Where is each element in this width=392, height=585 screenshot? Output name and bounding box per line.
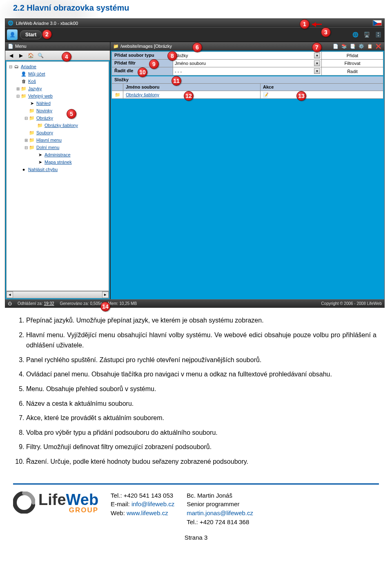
paste-icon[interactable]: 📋 [367,43,373,49]
callout-3: 3 [321,27,331,37]
description-list: Přepínač jazyků. Umožňuje přepínat jazyk… [16,315,376,467]
file-pane: 📁 /website/images [Obrázky 📄 📚 📑 ⚙️ 📋 ❌ … [111,42,384,299]
tree-item[interactable]: ⊟📁Dolní menu [7,144,109,151]
monitor-shortcut-icon[interactable]: 🖥️ [362,30,371,39]
status-bar: ⏻ Odhlášení za: 19:32 Generováno za: 0,5… [5,299,384,307]
section-heading: 2.2 Hlavní obrazovka systému [13,3,379,13]
callout-13: 13 [296,91,306,101]
callout-7: 7 [312,42,322,52]
chevron-down-icon[interactable]: ▼ [314,60,320,66]
logo-swirl-icon [13,492,35,514]
callout-12: 12 [184,91,194,101]
window-title: LifeWeb Ariadne 3.0 - xbacik00 [16,21,78,26]
tree-item[interactable]: 👤Můj účet [7,70,109,78]
callout-14: 14 [100,302,110,311]
power-icon[interactable]: ⏻ [8,301,12,306]
control-button[interactable]: Řadit [322,67,383,75]
th-action: Akce [261,84,383,91]
author-email[interactable]: martin.jonas@lifeweb.cz [187,509,253,518]
description-item: Menu. Obsahuje přehled souborů v systému… [26,384,376,394]
delete-icon[interactable]: ❌ [375,43,382,49]
globe-icon: 🌐 [8,20,13,26]
control-label: Přidat filtr [112,60,173,67]
footer-contact: Tel.: +420 541 143 053 E-mail: info@life… [111,491,174,518]
folder-icon: 📁 [113,44,119,49]
tree-item[interactable]: ⊟📁Veřejný web [7,92,109,100]
tree-item[interactable]: ⊟📁Obrázky [7,114,109,122]
control-label: Přidat soubor typu [112,52,173,59]
scroll-left-icon[interactable]: ◂ [7,291,13,298]
logo-life: Life [38,491,66,508]
control-button[interactable]: Filtrovat [322,60,383,67]
row-edit-icon[interactable]: 📝 [263,92,269,98]
control-select[interactable]: Jméno souboru▼ [173,60,322,67]
description-item: Název a cesta k aktuálnímu souboru. [26,398,376,409]
control-select[interactable]: - - -▼ [173,67,322,75]
menu-pane: 📄 Menu ◀ ▶ 🏠 🔍 ⊟🗂Ariadne👤Můj účet🗑Koš⊞📁J… [5,42,111,299]
tree-item[interactable]: 📁Soubory [7,129,109,136]
control-select[interactable]: Složky▼ [173,52,322,59]
description-item: Řazení. Určuje, podle které hodnoty budo… [26,456,376,467]
description-item: Akce, které lze provádět s aktuálním sou… [26,413,376,423]
footer-author: Bc. Martin Jonáš Senior programmer marti… [187,491,253,527]
table-row[interactable]: 📁 Obrázky šablony 📝 [111,91,383,99]
tree-item[interactable]: ➤Administrace [7,151,109,158]
page-footer: LifeWeb GROUP Tel.: +420 541 143 053 E-m… [13,483,379,527]
language-flag-cz[interactable] [373,20,382,26]
tree-item[interactable]: 📁Novinky [7,107,109,114]
callout-5: 5 [67,109,76,119]
new-file-icon[interactable]: 📄 [332,43,339,49]
callout-6: 6 [192,42,202,52]
th-icon [112,84,123,91]
row-folder-icon: 📁 [112,91,123,98]
callout-11: 11 [172,76,181,86]
chevron-down-icon[interactable]: ▼ [314,53,320,58]
start-button[interactable]: Start [20,30,42,39]
file-titlebar: 📁 /website/images [Obrázky 📄 📚 📑 ⚙️ 📋 ❌ [111,42,384,51]
tree-item[interactable]: ➤Náhled [7,100,109,107]
tree-item[interactable]: 🗑Koš [7,78,109,85]
nav-back-icon[interactable]: ◀ [7,52,15,59]
callout-1: 1 [300,19,310,29]
tel-value: +420 541 143 053 [124,492,173,499]
nav-search-icon[interactable]: 🔍 [36,52,45,59]
globe-shortcut-icon[interactable]: 🌐 [351,30,360,39]
description-item: Panel rychlého spuštění. Zástupci pro ry… [26,355,376,365]
web-link[interactable]: www.lifeweb.cz [127,509,168,516]
chevron-down-icon[interactable]: ▼ [314,68,320,74]
tree-item[interactable]: ⊞📁Jazyky [7,85,109,92]
logout-label: Odhlášení za: [18,301,43,306]
callout-10: 10 [138,67,147,77]
callout-9: 9 [149,59,159,69]
tree-item[interactable]: 📁Obrázky šablony [7,122,109,129]
nav-home-icon[interactable]: 🏠 [27,52,35,59]
user-avatar-icon: 👤 [7,29,18,40]
copy-icon[interactable]: 📑 [350,43,356,49]
row-action[interactable]: 📝 [261,91,383,98]
menu-toolbar: ◀ ▶ 🏠 🔍 [5,51,110,60]
titlebar: 🌐 LifeWeb Ariadne 3.0 - xbacik00 [5,19,384,27]
quick-launch-panel: 🌐 🖥️ 🗄️ [351,30,383,39]
copyright: Copyright © 2006 - 2008 LifeWeb [321,301,382,306]
email-link[interactable]: info@lifeweb.cz [131,500,174,507]
file-tree[interactable]: ⊟🗂Ariadne👤Můj účet🗑Koš⊞📁Jazyky⊟📁Veřejný … [6,61,109,291]
library-icon[interactable]: 📚 [341,43,347,49]
description-item: Přepínač jazyků. Umožňuje přepínat jazyk… [26,315,376,326]
tree-item[interactable]: ⊟🗂Ariadne [7,63,109,70]
description-item: Volba pro výběr typu a přidání podsoubor… [26,427,376,438]
gear-icon[interactable]: ⚙️ [358,43,365,49]
control-button[interactable]: Přidat [322,52,383,59]
file-actions: 📄 📚 📑 ⚙️ 📋 ❌ [332,43,382,49]
nav-forward-icon[interactable]: ▶ [17,52,25,59]
email-label: E-mail: [111,500,130,507]
tree-item[interactable]: ●Nahlásit chybu [7,166,109,173]
tree-item[interactable]: ⊞📁Hlavní menu [7,136,109,144]
folder-shortcut-icon[interactable]: 🗄️ [374,30,383,39]
screenshot-wrap: 🌐 LifeWeb Ariadne 3.0 - xbacik00 👤 Start… [5,18,387,308]
scroll-right-icon[interactable]: ▸ [102,291,109,298]
arrow-icon [312,22,325,27]
tree-scrollbar[interactable]: ◂ ▸ [6,291,109,298]
tree-item[interactable]: ➤Mapa stránek [7,158,109,166]
gen-label: Generováno za: [60,301,89,306]
control-row: Přidat soubor typuSložky▼Přidat [112,52,383,60]
